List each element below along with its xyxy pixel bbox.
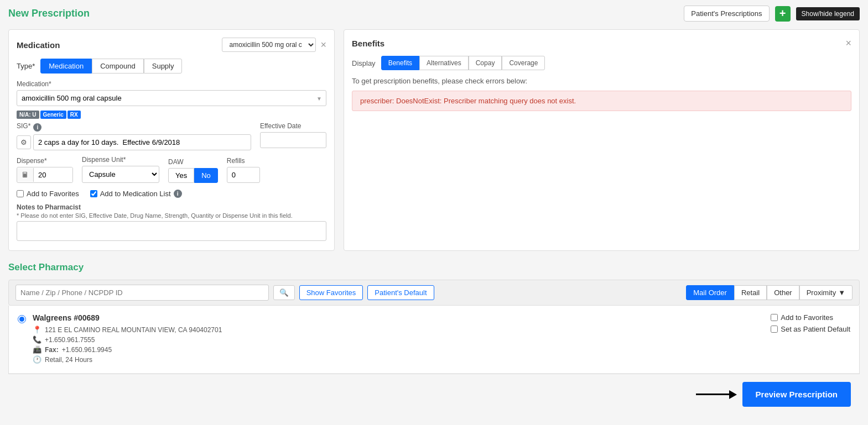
dropdown-arrow-icon: ▼ <box>316 95 322 101</box>
display-row: Display Benefits Alternatives Copay Cove… <box>352 56 851 70</box>
medication-dropdown[interactable]: amoxicillin 500 mg oral c <box>222 38 316 52</box>
tab-alternatives[interactable]: Alternatives <box>419 56 469 70</box>
add-button[interactable]: + <box>775 6 791 22</box>
daw-yes-button[interactable]: Yes <box>168 168 194 183</box>
dispense-row: Dispense* 🖩 Dispense Unit* Capsule Table… <box>17 156 326 183</box>
search-icon: 🔍 <box>279 288 289 297</box>
daw-no-button[interactable]: No <box>194 168 218 183</box>
benefits-panel: Benefits × Display Benefits Alternatives… <box>344 29 860 251</box>
medication-input-wrapper: ▼ <box>17 90 326 106</box>
notes-hint: * Please do not enter SIG, Effective Dat… <box>17 212 326 219</box>
dispense-unit-select[interactable]: Capsule Tablet mL mg <box>82 166 159 183</box>
tab-benefits[interactable]: Benefits <box>381 56 419 70</box>
phone-icon: 📞 <box>33 335 41 344</box>
display-tabs: Benefits Alternatives Copay Coverage <box>381 56 545 70</box>
location-icon: 📍 <box>33 326 41 334</box>
effective-date-col: Effective Date <box>260 122 326 150</box>
type-supply-button[interactable]: Supply <box>144 59 183 74</box>
legend-button[interactable]: Show/hide legend <box>796 7 860 20</box>
pharmacy-type: Retail, 24 Hours <box>45 356 92 364</box>
tab-copay[interactable]: Copay <box>469 56 502 70</box>
pharmacy-phone: +1.650.961.7555 <box>45 336 95 344</box>
effective-date-label: Effective Date <box>260 122 326 130</box>
page-title: New Prescription <box>8 8 678 19</box>
show-favorites-button[interactable]: Show Favorites <box>299 285 363 300</box>
effective-date-input[interactable] <box>260 132 326 148</box>
dispense-label: Dispense* <box>17 157 73 165</box>
pharmacy-radio-walgreens[interactable] <box>18 315 26 323</box>
type-compound-button[interactable]: Compound <box>92 59 144 74</box>
patients-rx-button[interactable]: Patient's Prescriptions <box>684 6 769 22</box>
proximity-arrow-icon: ▼ <box>838 288 845 297</box>
notes-textarea[interactable] <box>17 221 326 241</box>
notes-label: Notes to Pharmacist <box>17 203 326 211</box>
arrow-head-icon <box>729 390 737 399</box>
fax-icon: 📠 <box>33 345 41 354</box>
check-row: Add to Favorites Add to Medication List … <box>17 190 326 198</box>
benefits-close-button[interactable]: × <box>845 38 851 49</box>
badge-rx: RX <box>67 111 81 119</box>
filter-retail-button[interactable]: Retail <box>734 285 767 300</box>
display-label: Display <box>352 59 376 67</box>
filter-mail-order-button[interactable]: Mail Order <box>686 285 734 300</box>
preview-prescription-button[interactable]: Preview Prescription <box>742 382 851 407</box>
med-select-wrapper: amoxicillin 500 mg oral c × <box>222 38 326 52</box>
patients-default-button[interactable]: Patient's Default <box>367 285 434 300</box>
pharmacy-list: Walgreens #00689 📍 121 E EL CAMINO REAL … <box>8 306 860 374</box>
benefits-panel-header: Benefits × <box>352 38 851 49</box>
calculator-icon: 🖩 <box>17 168 34 182</box>
filter-other-button[interactable]: Other <box>767 285 799 300</box>
pharmacy-phone-detail: 📞 +1.650.961.7555 <box>33 335 771 344</box>
med-badges: N/A: U Generic RX <box>17 111 326 119</box>
panels: Medication amoxicillin 500 mg oral c × T… <box>8 29 860 251</box>
add-to-favorites-label: Add to Favorites <box>781 313 833 322</box>
sig-header: SIG* i <box>17 122 251 132</box>
sig-gear-button[interactable]: ⚙ <box>17 135 31 149</box>
top-bar: New Prescription Patient's Prescriptions… <box>8 6 860 22</box>
daw-label: DAW <box>168 158 218 166</box>
add-med-list-label: Add to Medication List <box>100 190 171 198</box>
medication-close-button[interactable]: × <box>320 39 326 51</box>
proximity-button[interactable]: Proximity ▼ <box>799 285 853 300</box>
type-medication-button[interactable]: Medication <box>40 59 92 74</box>
type-icon: 🕐 <box>33 355 41 364</box>
type-label: Type* <box>17 62 35 70</box>
pharmacy-section-title: Select Pharmacy <box>8 262 860 273</box>
pharmacy-type-detail: 🕐 Retail, 24 Hours <box>33 355 771 364</box>
pharmacy-name: Walgreens #00689 <box>33 313 771 322</box>
tab-coverage[interactable]: Coverage <box>502 56 545 70</box>
pharmacy-actions-walgreens: Add to Favorites Set as Patient Default <box>771 313 850 333</box>
add-to-favorites-checkbox[interactable] <box>771 314 778 321</box>
add-to-favorites-check-wrapper[interactable]: Add to Favorites <box>771 313 833 322</box>
proximity-label: Proximity <box>807 288 836 297</box>
arrow-line <box>696 393 729 395</box>
refills-input[interactable] <box>227 167 260 183</box>
medication-input[interactable] <box>17 90 326 106</box>
sig-label: SIG* <box>17 122 30 130</box>
add-favorites-check-wrapper[interactable]: Add to Favorites <box>17 190 79 198</box>
benefits-panel-title: Benefits <box>352 39 384 48</box>
medication-panel-title: Medication <box>17 40 60 50</box>
pharmacy-fax-detail: 📠 Fax: +1.650.961.9945 <box>33 345 771 354</box>
set-as-default-check-wrapper[interactable]: Set as Patient Default <box>771 325 850 333</box>
notes-section: Notes to Pharmacist * Please do not ente… <box>17 203 326 243</box>
sig-input-wrapper: ⚙ <box>17 134 251 150</box>
medication-panel: Medication amoxicillin 500 mg oral c × T… <box>8 29 335 251</box>
med-list-info-icon: i <box>174 190 182 198</box>
add-med-list-check-wrapper[interactable]: Add to Medication List i <box>90 190 182 198</box>
add-med-list-checkbox[interactable] <box>90 190 97 197</box>
pharmacy-fax: +1.650.961.9945 <box>62 346 112 354</box>
benefits-error-box: prescriber: DoesNotExist: Prescriber mat… <box>352 91 851 111</box>
badge-generic: Generic <box>40 111 66 119</box>
pharmacy-search-input[interactable] <box>15 285 269 301</box>
pharmacy-section: Select Pharmacy 🔍 Show Favorites Patient… <box>8 262 860 374</box>
sig-info-icon: i <box>33 123 41 132</box>
add-favorites-checkbox[interactable] <box>17 190 24 197</box>
arrow-indicator <box>696 390 737 399</box>
sig-input[interactable] <box>33 134 251 150</box>
dispense-input[interactable] <box>34 167 72 182</box>
pharmacy-address-detail: 📍 121 E EL CAMINO REAL MOUNTAIN VIEW, CA… <box>33 326 771 334</box>
pharmacy-search-button[interactable]: 🔍 <box>273 285 295 300</box>
set-as-default-checkbox[interactable] <box>771 326 778 333</box>
bottom-bar: Preview Prescription <box>8 374 860 414</box>
